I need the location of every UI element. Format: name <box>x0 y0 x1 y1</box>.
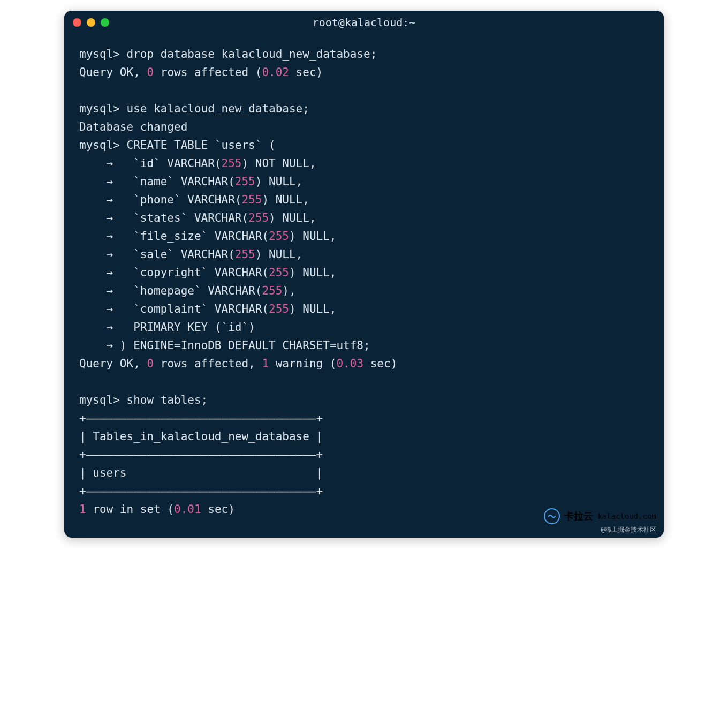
query-ok-line: Query OK, 0 rows affected (0.02 sec) <box>79 63 649 81</box>
number-literal: 255 <box>248 212 269 224</box>
continuation-arrow-icon: → <box>79 266 113 279</box>
minimize-icon[interactable] <box>87 18 95 27</box>
prompt-line: mysql> show tables; <box>79 391 649 409</box>
continuation-line: → `copyright` VARCHAR(255) NULL, <box>79 263 649 282</box>
command-text: CREATE TABLE `users` ( <box>127 139 276 152</box>
number-literal: 0.02 <box>262 66 289 79</box>
watermark-brand-cn: 卡拉云 <box>564 510 593 523</box>
command-text: drop database kalacloud_new_database; <box>127 48 377 61</box>
continuation-line: → `states` VARCHAR(255) NULL, <box>79 209 649 227</box>
titlebar: root@kalacloud:~ <box>64 11 664 34</box>
prompt-line: mysql> drop database kalacloud_new_datab… <box>79 45 649 63</box>
table-border: +——————————————————————————————————+ <box>79 446 649 464</box>
query-ok-line: Query OK, 0 rows affected, 1 warning (0.… <box>79 354 649 373</box>
continuation-arrow-icon: → <box>79 339 113 352</box>
number-literal: 1 <box>262 357 269 370</box>
command-text: show tables; <box>127 394 208 406</box>
continuation-line: → `phone` VARCHAR(255) NULL, <box>79 191 649 209</box>
continuation-line: → `homepage` VARCHAR(255), <box>79 282 649 300</box>
continuation-arrow-icon: → <box>79 303 113 315</box>
number-literal: 255 <box>241 193 262 206</box>
terminal-window: root@kalacloud:~ mysql> drop database ka… <box>64 11 664 538</box>
number-literal: 255 <box>269 266 289 279</box>
continuation-line: → `sale` VARCHAR(255) NULL, <box>79 245 649 263</box>
mysql-prompt: mysql> <box>79 102 120 115</box>
continuation-arrow-icon: → <box>79 212 113 224</box>
prompt-line: mysql> use kalacloud_new_database; <box>79 100 649 118</box>
watermark: 卡拉云 kalacloud.com @稀土掘金技术社区 <box>544 508 656 534</box>
number-literal: 255 <box>269 230 289 243</box>
maximize-icon[interactable] <box>101 18 109 27</box>
continuation-line: → `id` VARCHAR(255) NOT NULL, <box>79 154 649 172</box>
output-line: Database changed <box>79 118 649 136</box>
prompt-line: mysql> CREATE TABLE `users` ( <box>79 136 649 154</box>
continuation-arrow-icon: → <box>79 157 113 170</box>
number-literal: 255 <box>235 175 255 188</box>
number-literal: 1 <box>79 503 86 516</box>
window-title: root@kalacloud:~ <box>64 16 664 29</box>
number-literal: 255 <box>262 284 282 297</box>
continuation-line: → ) ENGINE=InnoDB DEFAULT CHARSET=utf8; <box>79 336 649 354</box>
number-literal: 0.01 <box>174 503 201 516</box>
mysql-prompt: mysql> <box>79 48 120 61</box>
continuation-arrow-icon: → <box>79 193 113 206</box>
number-literal: 0 <box>147 66 154 79</box>
table-row: | users | <box>79 464 649 482</box>
mysql-prompt: mysql> <box>79 139 120 152</box>
continuation-arrow-icon: → <box>79 248 113 261</box>
number-literal: 0.03 <box>336 357 363 370</box>
traffic-lights <box>73 18 109 27</box>
table-border: +——————————————————————————————————+ <box>79 409 649 427</box>
continuation-arrow-icon: → <box>79 284 113 297</box>
continuation-arrow-icon: → <box>79 230 113 243</box>
mysql-prompt: mysql> <box>79 394 120 406</box>
number-literal: 0 <box>147 357 154 370</box>
watermark-brand-en: kalacloud.com <box>597 512 656 521</box>
continuation-arrow-icon: → <box>79 175 113 188</box>
blank-line <box>79 81 649 100</box>
continuation-line: → `complaint` VARCHAR(255) NULL, <box>79 300 649 318</box>
blank-line <box>79 373 649 391</box>
continuation-line: → `file_size` VARCHAR(255) NULL, <box>79 227 649 245</box>
number-literal: 255 <box>269 303 289 315</box>
close-icon[interactable] <box>73 18 81 27</box>
number-literal: 255 <box>235 248 255 261</box>
table-header: | Tables_in_kalacloud_new_database | <box>79 427 649 446</box>
watermark-sub: @稀土掘金技术社区 <box>544 525 656 534</box>
continuation-line: → PRIMARY KEY (`id`) <box>79 318 649 336</box>
table-border: +——————————————————————————————————+ <box>79 482 649 500</box>
logo-icon <box>544 508 560 524</box>
number-literal: 255 <box>222 157 242 170</box>
terminal-body[interactable]: mysql> drop database kalacloud_new_datab… <box>64 34 664 538</box>
command-text: use kalacloud_new_database; <box>127 102 309 115</box>
continuation-arrow-icon: → <box>79 321 113 334</box>
continuation-line: → `name` VARCHAR(255) NULL, <box>79 172 649 191</box>
